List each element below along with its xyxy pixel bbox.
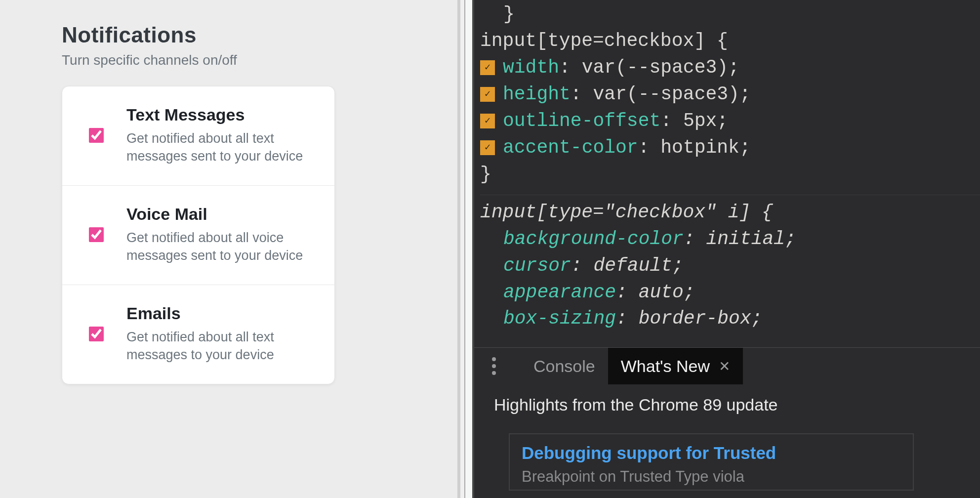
close-icon[interactable]: ✕ [719,358,730,374]
page-preview: Notifications Turn specific channels on/… [0,0,457,498]
css-ua-rule-block: input[type="checkbox" i] { background-co… [480,195,980,332]
list-item-title: Emails [126,304,318,323]
whats-new-item[interactable]: Debugging support for Trusted Breakpoint… [509,433,914,491]
whats-new-sub: Breakpoint on Trusted Type viola [522,468,901,486]
list-item-text: Voice Mail Get notified about all voice … [126,205,318,265]
css-declaration[interactable]: height: var(--space3); [480,81,980,108]
prev-brace: } [503,3,515,25]
list-item-desc: Get notified about all text messages sen… [126,129,318,166]
list-item: Voice Mail Get notified about all voice … [62,186,334,285]
pane-divider[interactable] [457,0,474,498]
checkbox-voice-mail[interactable] [89,227,104,242]
drawer-tabs: Console What's New ✕ [474,348,980,384]
toggle-declaration-checkbox[interactable] [480,60,495,75]
css-declaration[interactable]: outline-offset: 5px; [480,108,980,134]
tab-console[interactable]: Console [521,348,608,384]
list-item: Text Messages Get notified about all tex… [62,86,334,186]
checkbox-text-messages[interactable] [89,128,104,143]
tab-whats-new[interactable]: What's New ✕ [608,348,743,384]
notifications-section: Notifications Turn specific channels on/… [62,23,338,384]
styles-pane[interactable]: } input[type=checkbox] { width: var(--sp… [474,0,980,332]
list-item-desc: Get notified about all voice messages se… [126,229,318,265]
list-item: Emails Get notified about all text messa… [62,285,334,384]
toggle-declaration-checkbox[interactable] [480,114,495,128]
css-declaration[interactable]: width: var(--space3); [480,54,980,81]
list-item-desc: Get notified about all text messages to … [126,328,318,364]
notifications-subtitle: Turn specific channels on/off [62,52,338,68]
devtools-drawer: Console What's New ✕ Highlights from the… [474,347,980,498]
checkbox-emails[interactable] [89,327,104,341]
more-icon[interactable] [485,357,503,375]
css-selector: input[type="checkbox" i] { [480,202,773,223]
whats-new-headline: Highlights from the Chrome 89 update [494,395,980,415]
drawer-body: Highlights from the Chrome 89 update Deb… [474,384,980,491]
list-item-text: Text Messages Get notified about all tex… [126,105,318,166]
list-item-text: Emails Get notified about all text messa… [126,304,318,364]
list-item-title: Text Messages [126,105,318,124]
list-item-title: Voice Mail [126,205,318,224]
toggle-declaration-checkbox[interactable] [480,140,495,155]
notifications-title: Notifications [62,23,338,47]
css-close-brace: } [480,164,491,185]
css-rule-block: } input[type=checkbox] { width: var(--sp… [480,0,980,188]
devtools-panel: } input[type=checkbox] { width: var(--sp… [474,0,980,498]
toggle-declaration-checkbox[interactable] [480,87,495,102]
css-declaration[interactable]: accent-color: hotpink; [480,134,980,161]
css-selector[interactable]: input[type=checkbox] { [480,30,728,51]
notifications-card: Text Messages Get notified about all tex… [62,86,335,384]
whats-new-link[interactable]: Debugging support for Trusted [522,443,901,463]
